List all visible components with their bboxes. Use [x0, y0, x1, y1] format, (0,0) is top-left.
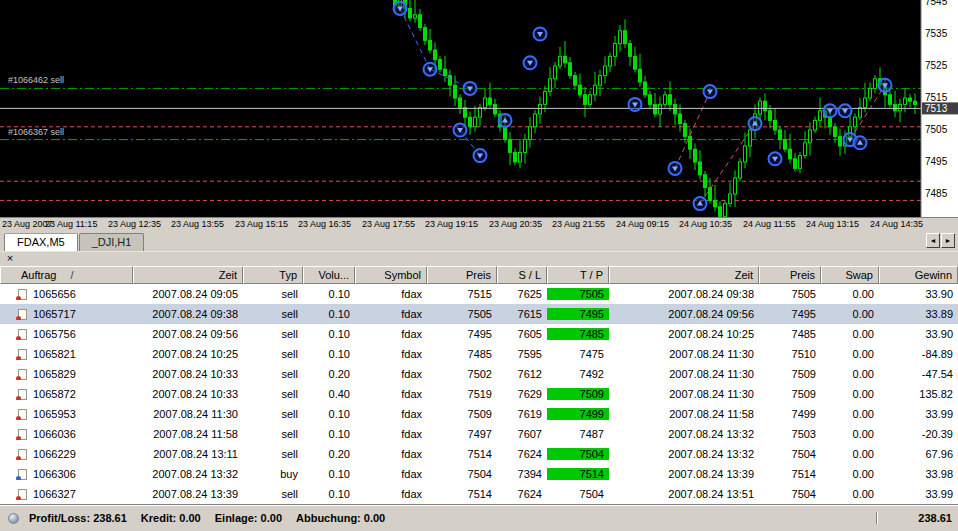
cell-type: sell	[243, 428, 303, 440]
time-axis-label: 24 Aug 11:55	[743, 219, 795, 229]
cell-volume: 0.10	[303, 328, 355, 340]
time-axis-label: 24 Aug 09:15	[616, 219, 669, 229]
sell-order-icon	[18, 289, 27, 300]
time-axis-label: 23 Aug 11:15	[45, 219, 97, 229]
column-header-symbol[interactable]: Symbol	[355, 266, 427, 284]
candle-body	[574, 76, 577, 86]
candle-body	[464, 108, 467, 118]
history-row[interactable]: 10656562007.08.24 09:05sell0.10fdax75157…	[0, 284, 958, 304]
history-row[interactable]: 10659532007.08.24 11:30sell0.10fdax75097…	[0, 404, 958, 424]
chart-panel[interactable]: #1066462 sell#1066367 sell75457535752575…	[0, 0, 958, 217]
cell-type: sell	[243, 448, 303, 460]
cell-type: sell	[243, 288, 303, 300]
cell-volume: 0.10	[303, 288, 355, 300]
candle-body	[579, 85, 582, 95]
cell-close-price: 7503	[759, 428, 821, 440]
cell-open-time: 2007.08.24 11:30	[133, 408, 243, 420]
status-bar: Profit/Loss: 238.61Kredit: 0.00Einlage: …	[0, 504, 958, 531]
candle-body	[709, 188, 712, 201]
terminal-close-button[interactable]: ×	[4, 251, 16, 265]
candle-body	[704, 175, 707, 188]
cell-volume: 0.10	[303, 468, 355, 480]
candle-body	[439, 60, 442, 70]
column-header-auftrag[interactable]: Auftrag/	[0, 266, 133, 284]
cell-profit: 33.99	[879, 488, 958, 500]
cell-type: sell	[243, 308, 303, 320]
candle-body	[459, 98, 462, 108]
candle-body	[774, 120, 777, 130]
candle-body	[634, 56, 637, 69]
cell-symbol: fdax	[355, 368, 427, 380]
cell-order: 1066036	[0, 428, 133, 440]
price-chart-canvas[interactable]: #1066462 sell#1066367 sell75457535752575…	[0, 0, 958, 217]
candle-body	[529, 127, 532, 140]
price-axis-label: 7545	[925, 0, 948, 7]
sell-order-icon	[18, 489, 27, 500]
sell-order-icon	[18, 409, 27, 420]
candle-body	[889, 95, 892, 105]
history-row[interactable]: 10660362007.08.24 11:58sell0.10fdax74977…	[0, 424, 958, 444]
tab-scroll-right-button[interactable]: ►	[941, 233, 955, 248]
cell-swap: 0.00	[821, 288, 879, 300]
cell-sl: 7605	[497, 328, 547, 340]
history-row[interactable]: 10663272007.08.24 13:39sell0.10fdax75147…	[0, 484, 958, 504]
cell-profit: 67.96	[879, 448, 958, 460]
status-item: Abbuchung: 0.00	[296, 512, 385, 524]
time-axis[interactable]: 23 Aug 200723 Aug 11:1523 Aug 12:3523 Au…	[0, 217, 958, 230]
column-header-volumen[interactable]: Volu...	[303, 266, 355, 284]
cell-symbol: fdax	[355, 408, 427, 420]
history-row[interactable]: 10658212007.08.24 10:25sell0.10fdax74857…	[0, 344, 958, 364]
candle-body	[864, 98, 867, 108]
cell-type: sell	[243, 348, 303, 360]
time-axis-label: 23 Aug 16:35	[298, 219, 351, 229]
history-table-header: Auftrag/ZeitTypVolu...SymbolPreisS / LT …	[0, 266, 958, 284]
tab-fdax-m5[interactable]: FDAX,M5	[4, 233, 78, 251]
cell-close-price: 7499	[759, 408, 821, 420]
status-summary: Profit/Loss: 238.61Kredit: 0.00Einlage: …	[29, 512, 399, 524]
candle-body	[484, 98, 487, 108]
candle-body	[664, 95, 667, 105]
cell-close-time: 2007.08.24 09:38	[609, 288, 759, 300]
history-row[interactable]: 10662292007.08.24 13:11sell0.20fdax75147…	[0, 444, 958, 464]
history-row[interactable]: 10663062007.08.24 13:32buy0.10fdax750473…	[0, 464, 958, 484]
column-header-typ[interactable]: Typ	[243, 266, 303, 284]
candle-body	[639, 69, 642, 82]
cell-symbol: fdax	[355, 468, 427, 480]
cell-open-time: 2007.08.24 13:32	[133, 468, 243, 480]
column-header-gewinn[interactable]: Gewinn	[879, 266, 958, 284]
tab-scroll-left-button[interactable]: ◄	[926, 233, 940, 248]
price-axis-label: 7495	[925, 156, 948, 167]
candle-body	[554, 66, 557, 79]
cell-close-price: 7504	[759, 488, 821, 500]
history-row[interactable]: 10658722007.08.24 10:33sell0.40fdax75197…	[0, 384, 958, 404]
time-axis-label: 23 Aug 13:55	[171, 219, 224, 229]
tab-dji-h1[interactable]: _DJI,H1	[79, 233, 145, 251]
candle-body	[444, 69, 447, 75]
candle-body	[604, 66, 607, 76]
cell-tp: 7499	[547, 408, 609, 420]
history-row[interactable]: 10657562007.08.24 09:56sell0.10fdax74957…	[0, 324, 958, 344]
column-header-sl[interactable]: S / L	[497, 266, 547, 284]
cell-swap: 0.00	[821, 328, 879, 340]
history-row[interactable]: 10658292007.08.24 10:33sell0.20fdax75027…	[0, 364, 958, 384]
column-header-preis-open[interactable]: Preis	[427, 266, 497, 284]
candle-body	[564, 56, 567, 62]
column-header-zeit-close[interactable]: Zeit	[609, 266, 759, 284]
candle-body	[494, 104, 497, 114]
column-header-tp[interactable]: T / P	[547, 266, 609, 284]
sell-order-icon	[18, 309, 27, 320]
cell-close-price: 7509	[759, 368, 821, 380]
cell-open-time: 2007.08.24 13:11	[133, 448, 243, 460]
status-total: 238.61	[876, 512, 952, 524]
candle-body	[654, 104, 657, 114]
cell-symbol: fdax	[355, 428, 427, 440]
cell-swap: 0.00	[821, 428, 879, 440]
candle-body	[829, 117, 832, 127]
column-header-swap[interactable]: Swap	[821, 266, 879, 284]
history-row[interactable]: 10657172007.08.24 09:38sell0.10fdax75057…	[0, 304, 958, 324]
column-header-zeit-open[interactable]: Zeit	[133, 266, 243, 284]
candle-body	[609, 56, 612, 66]
cell-type: sell	[243, 388, 303, 400]
column-header-preis-close[interactable]: Preis	[759, 266, 821, 284]
cell-swap: 0.00	[821, 408, 879, 420]
